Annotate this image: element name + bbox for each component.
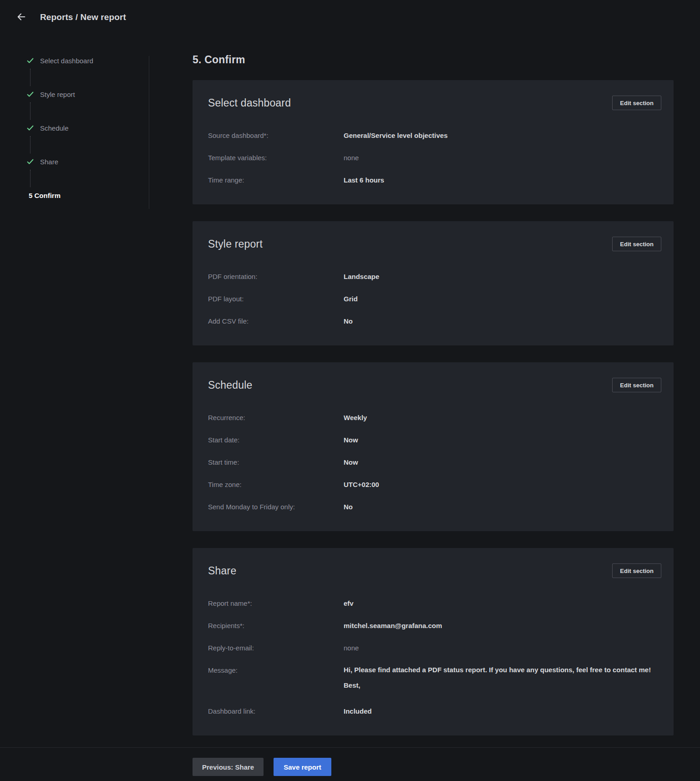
summary-row: Start date:Now	[208, 436, 661, 444]
confirm-heading: 5. Confirm	[193, 53, 674, 66]
stepper-item-select-dashboard[interactable]: Select dashboard	[26, 56, 149, 65]
summary-card-style-report: Style reportEdit sectionPDF orientation:…	[193, 221, 674, 345]
row-label: Report name*:	[208, 599, 344, 608]
row-label: Reply-to-email:	[208, 644, 344, 652]
stepper-item-label: Schedule	[40, 124, 69, 132]
stepper-item-label: Style report	[40, 91, 75, 98]
new-report-page: Reports / New report Select dashboardSty…	[0, 0, 700, 781]
row-label: Template variables:	[208, 153, 344, 162]
row-label: Start time:	[208, 458, 344, 467]
stepper-connector	[30, 102, 30, 120]
edit-section-button-select-dashboard[interactable]: Edit section	[612, 96, 661, 110]
footer-bar: Previous: Share Save report	[0, 747, 700, 781]
stepper-item-label: 5 Confirm	[29, 192, 61, 199]
row-value: Last 6 hours	[344, 176, 661, 184]
row-label: Add CSV file:	[208, 317, 344, 325]
row-value: Now	[344, 436, 661, 444]
row-label: Message:	[208, 666, 344, 693]
row-value: mitchel.seaman@grafana.com	[344, 621, 661, 630]
page-header: Reports / New report	[0, 0, 700, 35]
page-title: Reports / New report	[40, 12, 126, 22]
card-header: Select dashboardEdit section	[208, 96, 661, 110]
sections-container: Select dashboardEdit sectionSource dashb…	[193, 80, 674, 735]
summary-row: Add CSV file:No	[208, 317, 661, 325]
card-header: ScheduleEdit section	[208, 378, 661, 392]
row-label: Recurrence:	[208, 413, 344, 422]
row-value: Now	[344, 458, 661, 467]
row-label: Source dashboard*:	[208, 131, 344, 140]
row-value: No	[344, 317, 661, 325]
summary-row: PDF layout:Grid	[208, 294, 661, 303]
card-header: ShareEdit section	[208, 563, 661, 578]
row-value: Landscape	[344, 272, 661, 281]
row-label: PDF layout:	[208, 294, 344, 303]
row-value: General/Service level objectives	[344, 131, 661, 140]
save-report-button[interactable]: Save report	[274, 758, 331, 776]
summary-row: Report name*:efv	[208, 599, 661, 608]
stepper-item-label: Select dashboard	[40, 57, 93, 65]
card-title: Schedule	[208, 379, 253, 391]
stepper-column: Select dashboardStyle reportScheduleShar…	[0, 35, 149, 209]
check-icon	[26, 124, 34, 132]
row-label: Time range:	[208, 176, 344, 184]
summary-row: Reply-to-email:none	[208, 644, 661, 652]
row-label: Dashboard link:	[208, 707, 344, 715]
summary-row: Message:Hi, Please find attached a PDF s…	[208, 666, 661, 693]
row-label: Time zone:	[208, 480, 344, 489]
edit-section-button-share[interactable]: Edit section	[612, 563, 661, 578]
row-label: PDF orientation:	[208, 272, 344, 281]
summary-card-schedule: ScheduleEdit sectionRecurrence:WeeklySta…	[193, 362, 674, 531]
edit-section-button-style-report[interactable]: Edit section	[612, 237, 661, 251]
row-value: none	[344, 644, 661, 652]
row-label: Recipients*:	[208, 621, 344, 630]
stepper-item-schedule[interactable]: Schedule	[26, 123, 149, 132]
row-value: Weekly	[344, 413, 661, 422]
summary-row: Template variables:none	[208, 153, 661, 162]
summary-card-select-dashboard: Select dashboardEdit sectionSource dashb…	[193, 80, 674, 204]
stepper-item-5-confirm[interactable]: 5 Confirm	[29, 191, 149, 200]
row-value: No	[344, 502, 661, 511]
row-value: none	[344, 153, 661, 162]
card-header: Style reportEdit section	[208, 237, 661, 251]
row-value: Included	[344, 707, 661, 715]
card-title: Share	[208, 564, 236, 577]
main-content: 5. Confirm Select dashboardEdit sectionS…	[193, 35, 674, 747]
card-title: Select dashboard	[208, 96, 291, 109]
row-value: Hi, Please find attached a PDF status re…	[344, 662, 661, 693]
summary-row: Recurrence:Weekly	[208, 413, 661, 422]
row-value: efv	[344, 599, 661, 608]
page-body: Select dashboardStyle reportScheduleShar…	[0, 35, 700, 747]
summary-row: PDF orientation:Landscape	[208, 272, 661, 281]
wizard-stepper: Select dashboardStyle reportScheduleShar…	[26, 56, 149, 209]
stepper-connector	[30, 136, 30, 153]
row-label: Send Monday to Friday only:	[208, 502, 344, 511]
stepper-connector	[30, 69, 30, 86]
summary-row: Time range:Last 6 hours	[208, 176, 661, 184]
arrow-left-icon	[16, 12, 26, 23]
stepper-item-style-report[interactable]: Style report	[26, 90, 149, 99]
summary-row: Time zone:UTC+02:00	[208, 480, 661, 489]
previous-step-button[interactable]: Previous: Share	[193, 758, 264, 776]
summary-row: Start time:Now	[208, 458, 661, 467]
back-button[interactable]	[14, 10, 29, 25]
row-value: UTC+02:00	[344, 480, 661, 489]
edit-section-button-schedule[interactable]: Edit section	[612, 378, 661, 392]
summary-card-share: ShareEdit sectionReport name*:efvRecipie…	[193, 548, 674, 735]
card-title: Style report	[208, 238, 263, 250]
check-icon	[26, 157, 34, 166]
stepper-item-label: Share	[40, 158, 58, 166]
check-icon	[26, 90, 34, 98]
stepper-connector	[30, 170, 30, 187]
summary-row: Recipients*:mitchel.seaman@grafana.com	[208, 621, 661, 630]
summary-row: Send Monday to Friday only:No	[208, 502, 661, 511]
row-label: Start date:	[208, 436, 344, 444]
row-value: Grid	[344, 294, 661, 303]
check-icon	[26, 56, 34, 65]
summary-row: Dashboard link:Included	[208, 707, 661, 715]
stepper-item-share[interactable]: Share	[26, 157, 149, 166]
summary-row: Source dashboard*:General/Service level …	[208, 131, 661, 140]
